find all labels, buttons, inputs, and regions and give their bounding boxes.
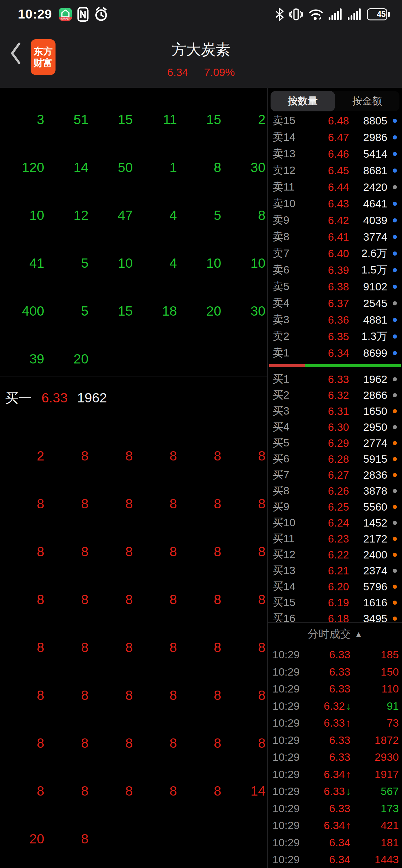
buy-row[interactable]: 买3 6.31 1650 <box>268 403 402 419</box>
sell-row[interactable]: 卖8 6.41 3774 <box>268 228 402 245</box>
order-dot <box>393 218 397 222</box>
order-dot-wrap <box>387 600 402 605</box>
level-volume: 1.5万 <box>349 262 387 277</box>
level-price: 6.42 <box>307 214 349 226</box>
level-label: 卖1 <box>273 346 307 360</box>
trade-row[interactable]: 10:29 6.32↓ 91 <box>268 698 402 715</box>
trade-row[interactable]: 10:29 6.33 185 <box>268 646 402 663</box>
queue-value: 8 <box>177 576 221 624</box>
order-dot-wrap <box>387 168 402 173</box>
buy-row[interactable]: 买4 6.30 2950 <box>268 419 402 435</box>
queue-value: 14 <box>44 144 89 191</box>
order-dot-wrap <box>387 185 402 189</box>
buy-row[interactable]: 买15 6.19 1616 <box>268 594 402 611</box>
status-bar: 10:29 云录闪闪 <box>0 0 402 24</box>
sell-row[interactable]: 卖12 6.45 8681 <box>268 162 402 179</box>
queue-value: 8 <box>177 767 221 815</box>
order-dot-wrap <box>387 135 402 140</box>
trade-row[interactable]: 10:29 6.34↑ 1917 <box>268 766 402 783</box>
sell-row[interactable]: 卖11 6.44 2420 <box>268 179 402 195</box>
queue-value: 8 <box>133 719 177 767</box>
queue-value: 20 <box>0 815 44 863</box>
trade-row[interactable]: 10:29 6.33 2930 <box>268 749 402 766</box>
level-label: 买15 <box>273 595 307 610</box>
level-volume: 2836 <box>349 469 387 481</box>
sell-row[interactable]: 卖5 6.38 9102 <box>268 278 402 295</box>
order-dot <box>393 393 397 397</box>
buy-row[interactable]: 买1 6.33 1962 <box>268 371 402 387</box>
trade-row[interactable]: 10:29 6.34 1443 <box>268 851 402 868</box>
buy-row[interactable]: 买14 6.20 5796 <box>268 579 402 594</box>
order-dot <box>393 553 397 557</box>
sell-row[interactable]: 卖4 6.37 2545 <box>268 295 402 311</box>
trade-direction-arrow: ↑ <box>345 819 351 831</box>
level-price: 6.45 <box>307 164 349 177</box>
tab-by-volume[interactable]: 按数量 <box>271 91 335 112</box>
buy-row[interactable]: 买7 6.27 2836 <box>268 467 402 483</box>
orderbook-tabs: 按数量 按金额 <box>271 91 399 112</box>
sell-row[interactable]: 卖6 6.39 1.5万 <box>268 262 402 278</box>
order-dot <box>393 505 397 509</box>
orderbook-panel: 按数量 按金额 卖15 6.48 8805 卖14 6.47 2986 卖13 … <box>268 88 402 868</box>
queue-value: 8 <box>44 767 89 815</box>
trade-row[interactable]: 10:29 6.33↓ 567 <box>268 783 402 800</box>
buy-row[interactable]: 买11 6.23 2172 <box>268 531 402 547</box>
order-dot <box>393 585 397 589</box>
buy-row[interactable]: 买2 6.32 2866 <box>268 387 402 403</box>
sell-row[interactable]: 卖10 6.43 4641 <box>268 195 402 212</box>
queue-value: 8 <box>44 576 89 624</box>
sell-row[interactable]: 卖7 6.40 2.6万 <box>268 245 402 262</box>
buy-row[interactable]: 买13 6.21 2374 <box>268 563 402 579</box>
app-header: 东方 财富 方大炭素 6.34 7.09% <box>0 24 402 88</box>
time-sales-header[interactable]: 分时成交 ▲ <box>268 623 402 646</box>
queue-value: 51 <box>44 96 89 144</box>
level-price: 6.48 <box>307 115 349 127</box>
queue-value: 8 <box>0 576 44 624</box>
level-volume: 2172 <box>349 533 387 545</box>
battery-percent: 45 <box>377 9 386 19</box>
buy-row[interactable]: 买16 6.18 3495 <box>268 611 402 622</box>
level-label: 卖4 <box>273 296 307 310</box>
level-price: 6.27 <box>307 469 349 481</box>
order-dot <box>393 425 397 429</box>
queue-value: 8 <box>0 528 44 576</box>
buy-row[interactable]: 买12 6.22 2400 <box>268 547 402 563</box>
queue-value: 8 <box>133 432 177 480</box>
trade-row[interactable]: 10:29 6.33 1872 <box>268 732 402 749</box>
trade-row[interactable]: 10:29 6.33 110 <box>268 680 402 698</box>
level-volume: 5796 <box>349 581 387 593</box>
tab-by-amount[interactable]: 按金额 <box>335 91 399 112</box>
buy-one-row: 买一 6.33 1962 <box>0 377 267 419</box>
sell-row[interactable]: 卖9 6.42 4039 <box>268 212 402 228</box>
level-label: 卖7 <box>273 246 307 261</box>
queue-value: 4 <box>133 239 177 287</box>
sell-row[interactable]: 卖13 6.46 5414 <box>268 146 402 162</box>
trade-row[interactable]: 10:29 6.33 150 <box>268 663 402 681</box>
recorder-app-icon: 云录闪闪 <box>59 8 72 21</box>
trade-volume: 567 <box>351 785 399 798</box>
order-dot-wrap <box>387 301 402 305</box>
order-dot-wrap <box>387 569 402 573</box>
trade-row[interactable]: 10:29 6.34↑ 421 <box>268 817 402 834</box>
order-dot <box>393 537 397 541</box>
sell-row[interactable]: 卖2 6.35 1.3万 <box>268 328 402 345</box>
sell-row[interactable]: 卖3 6.36 4881 <box>268 311 402 328</box>
trade-row[interactable]: 10:29 6.34 181 <box>268 834 402 851</box>
buy-row[interactable]: 买10 6.24 1452 <box>268 515 402 531</box>
sell-row[interactable]: 卖1 6.34 8699 <box>268 345 402 361</box>
order-dot-wrap <box>387 119 402 123</box>
sell-row[interactable]: 卖14 6.47 2986 <box>268 129 402 146</box>
trade-row[interactable]: 10:29 6.33↑ 73 <box>268 714 402 732</box>
trade-direction-arrow: ↓ <box>345 785 351 797</box>
queue-value: 8 <box>133 624 177 672</box>
buy-row[interactable]: 买9 6.25 5560 <box>268 499 402 515</box>
buy-row[interactable]: 买5 6.29 2774 <box>268 435 402 451</box>
level-volume: 5560 <box>349 501 387 513</box>
buy-row[interactable]: 买8 6.26 3878 <box>268 483 402 499</box>
sell-row[interactable]: 卖15 6.48 8805 <box>268 112 402 129</box>
queue-value: 8 <box>177 624 221 672</box>
queue-value: 15 <box>88 96 133 144</box>
buy-row[interactable]: 买6 6.28 5915 <box>268 451 402 467</box>
nfc-icon <box>77 7 89 22</box>
trade-row[interactable]: 10:29 6.33 173 <box>268 800 402 817</box>
